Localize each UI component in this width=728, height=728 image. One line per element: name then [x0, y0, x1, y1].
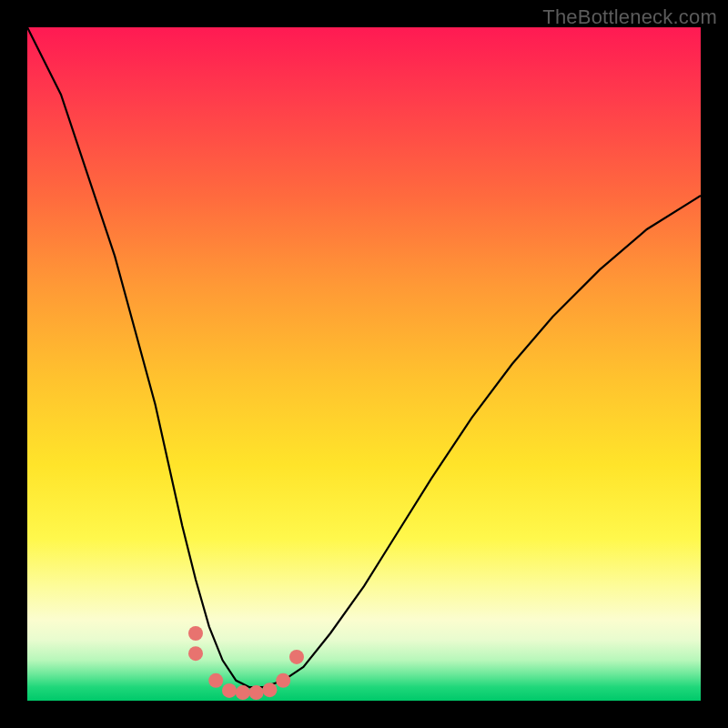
curve-layer — [27, 27, 701, 701]
valley-marker — [188, 646, 203, 661]
valley-marker — [262, 682, 277, 697]
valley-marker — [208, 673, 223, 688]
valley-marker — [236, 685, 250, 700]
valley-markers — [188, 626, 304, 700]
watermark-text: TheBottleneck.com — [542, 5, 717, 29]
chart-frame: TheBottleneck.com — [0, 0, 728, 728]
valley-marker — [249, 685, 264, 700]
valley-marker — [289, 650, 304, 664]
plot-area — [27, 27, 701, 701]
valley-marker — [276, 673, 290, 688]
valley-marker — [222, 683, 237, 698]
valley-marker — [188, 626, 203, 641]
bottleneck-curve — [27, 27, 701, 687]
